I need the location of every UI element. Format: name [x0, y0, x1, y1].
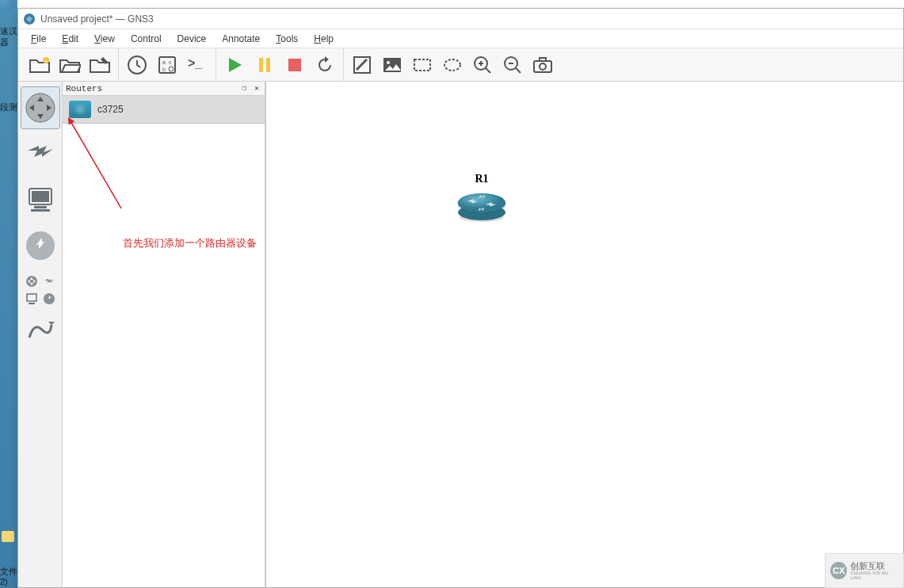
panel-float-button[interactable]: ❐: [239, 84, 249, 94]
annotation-arrow: [66, 113, 145, 216]
toolbar-group-snapshot: acb >_: [118, 48, 216, 81]
svg-rect-28: [31, 209, 50, 212]
menu-tools[interactable]: Tools: [268, 31, 306, 47]
snapshot-button[interactable]: [122, 50, 152, 80]
window-title: Unsaved project* — GNS3: [40, 13, 154, 25]
zoom-in-button[interactable]: [467, 50, 498, 80]
svg-rect-12: [288, 59, 301, 71]
palette-security-button[interactable]: [21, 224, 60, 267]
watermark-text: 创新互联: [850, 562, 898, 571]
svg-text:a: a: [162, 59, 166, 65]
svg-point-8: [169, 67, 174, 71]
svg-rect-27: [34, 206, 47, 208]
desktop-text-mid: 段测: [0, 101, 17, 113]
svg-rect-26: [32, 191, 49, 202]
annotation-text: 首先我们添加一个路由器设备: [123, 236, 257, 250]
menu-file[interactable]: File: [23, 31, 54, 47]
reload-button[interactable]: [310, 50, 340, 80]
svg-text:b: b: [162, 67, 166, 72]
menu-device[interactable]: Device: [170, 31, 215, 47]
router-device-icon: [69, 101, 91, 118]
router-item-label: c3725: [97, 104, 124, 115]
menu-help[interactable]: Help: [306, 31, 341, 47]
watermark-subtext: CHUANG XIN HU LIAN: [850, 571, 898, 580]
title-bar: Unsaved project* — GNS3: [18, 9, 903, 29]
desktop-text-top: 速汉 器: [0, 25, 17, 48]
rectangle-button[interactable]: [407, 50, 437, 80]
svg-point-38: [458, 193, 505, 212]
svg-text:+: +: [44, 59, 48, 63]
svg-rect-16: [414, 59, 430, 71]
routers-panel: Routers ❐ ✕ c3725 首先我们添加一个路由: [63, 82, 265, 587]
folder-icon[interactable]: [2, 531, 14, 542]
svg-text:>_: >_: [188, 56, 203, 70]
desktop-blob: [0, 0, 16, 12]
zoom-out-button[interactable]: [498, 50, 528, 80]
router-node-icon: [456, 189, 507, 220]
note-button[interactable]: [347, 50, 377, 80]
toolbar-group-annotate: [343, 48, 561, 81]
desktop-text-bottom: 文件 2): [0, 567, 17, 587]
app-icon: [23, 13, 36, 25]
palette-switches-button[interactable]: [21, 132, 60, 175]
svg-rect-11: [266, 58, 270, 72]
palette-end-devices-button[interactable]: [21, 178, 60, 221]
image-button[interactable]: [377, 50, 407, 80]
app-window: Unsaved project* — GNS3 File Edit View C…: [17, 8, 904, 588]
stop-button[interactable]: [280, 50, 310, 80]
menu-edit[interactable]: Edit: [54, 31, 86, 47]
svg-text:c: c: [169, 59, 172, 65]
show-labels-button[interactable]: acb: [152, 50, 182, 80]
device-palette: [18, 82, 63, 587]
svg-line-34: [71, 121, 121, 208]
svg-point-15: [387, 61, 390, 64]
svg-point-17: [444, 59, 460, 71]
router-item-c3725[interactable]: c3725: [63, 96, 265, 124]
open-project-button[interactable]: [55, 50, 85, 80]
pause-button[interactable]: [250, 50, 280, 80]
svg-rect-10: [259, 58, 263, 72]
menu-annotate[interactable]: Annotate: [214, 31, 268, 47]
palette-routers-button[interactable]: [21, 86, 60, 129]
menu-control[interactable]: Control: [123, 31, 170, 47]
canvas-node-r1[interactable]: R1: [456, 173, 507, 220]
content-area: Routers ❐ ✕ c3725 首先我们添加一个路由: [18, 82, 903, 587]
svg-rect-32: [29, 303, 35, 304]
desktop-left-edge: 速汉 器 段测 文件 2): [0, 0, 17, 588]
routers-panel-header: Routers ❐ ✕: [63, 82, 265, 96]
ellipse-button[interactable]: [437, 50, 467, 80]
menu-bar: File Edit View Control Device Annotate T…: [18, 29, 903, 48]
watermark: CX 创新互联 CHUANG XIN HU LIAN: [825, 553, 904, 588]
svg-rect-21: [540, 58, 546, 61]
palette-link-button[interactable]: [21, 310, 60, 353]
node-label: R1: [456, 173, 507, 185]
console-button[interactable]: >_: [182, 50, 212, 80]
toolbar: + acb >_: [18, 48, 903, 82]
palette-all-devices-button[interactable]: [21, 270, 60, 310]
new-project-button[interactable]: +: [25, 50, 55, 80]
menu-view[interactable]: View: [86, 31, 123, 47]
start-button[interactable]: [219, 50, 250, 80]
canvas-area[interactable]: R1: [265, 82, 903, 587]
svg-point-22: [540, 63, 546, 70]
svg-rect-31: [27, 294, 36, 301]
toolbar-group-file: +: [21, 48, 118, 81]
toolbar-group-control: [216, 48, 343, 81]
routers-panel-title: Routers: [66, 84, 102, 94]
save-project-button[interactable]: [85, 50, 115, 80]
screenshot-button[interactable]: [528, 50, 558, 80]
watermark-logo: CX: [830, 562, 847, 579]
panel-close-button[interactable]: ✕: [252, 84, 261, 94]
